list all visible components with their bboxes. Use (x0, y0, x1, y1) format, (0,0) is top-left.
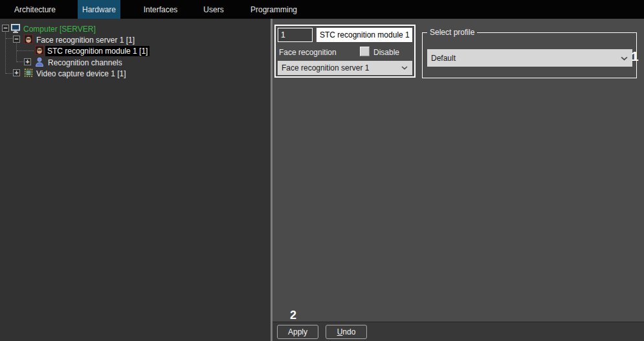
apply-button-label: Apply (288, 327, 307, 336)
tab-interfaces[interactable]: Interfaces (135, 0, 186, 19)
profile-select-value: Default (431, 54, 456, 63)
face-icon (35, 45, 44, 55)
tab-programming[interactable]: Programming (246, 0, 302, 19)
tab-architecture[interactable]: Architecture (5, 0, 65, 19)
apply-button[interactable]: Apply (277, 325, 318, 339)
parent-server-value: Face recognition server 1 (282, 63, 369, 72)
undo-button[interactable]: Undo (326, 325, 367, 339)
expand-toggle[interactable]: + (13, 69, 20, 76)
person-icon (35, 57, 44, 67)
tree-node-video-capture[interactable]: Video capture device 1 [1] (34, 69, 128, 79)
tree-row-recognition-channels: + Recognition channels (0, 57, 271, 68)
top-tab-bar: Architecture Hardware Interfaces Users P… (0, 0, 644, 19)
tab-hardware[interactable]: Hardware (78, 0, 120, 19)
tree-node-stc-module[interactable]: STC recognition module 1 [1] (45, 46, 150, 56)
tree-row-stc-module: STC recognition module 1 [1] (0, 45, 271, 56)
expand-toggle[interactable]: + (24, 58, 31, 65)
parent-server-select[interactable]: Face recognition server 1 (278, 61, 412, 75)
module-name-input[interactable] (316, 28, 412, 42)
tree-node-recognition-channels[interactable]: Recognition channels (46, 58, 124, 68)
callout-2: 2 (290, 309, 296, 322)
select-profile-label: Select profile (427, 28, 477, 37)
module-type-label: Face recognition (279, 48, 337, 57)
chevron-down-icon (401, 66, 408, 70)
chevron-down-icon (621, 56, 628, 61)
monitor-icon (11, 24, 20, 34)
tree-row-face-server: − Face recognition server 1 [1] (0, 34, 271, 45)
disable-label: Disable (373, 48, 399, 57)
callout-1: 1 (631, 49, 639, 64)
tree-row-computer: − Computer [SERVER] (0, 23, 271, 34)
collapse-toggle[interactable]: − (13, 36, 20, 43)
profile-select[interactable]: Default (427, 49, 632, 67)
collapse-toggle[interactable]: − (2, 25, 9, 32)
disable-checkbox[interactable] (360, 47, 370, 56)
application-window: Architecture Hardware Interfaces Users P… (0, 0, 644, 341)
module-id-input[interactable] (278, 28, 313, 42)
tree-node-computer[interactable]: Computer [SERVER] (21, 24, 98, 34)
tab-users[interactable]: Users (194, 0, 233, 19)
undo-button-label: Undo (337, 327, 356, 336)
tree-row-video-capture: + Video capture device 1 [1] (0, 68, 271, 79)
tree-node-face-server[interactable]: Face recognition server 1 [1] (34, 35, 137, 45)
chip-icon (24, 68, 33, 78)
face-icon (24, 34, 33, 44)
